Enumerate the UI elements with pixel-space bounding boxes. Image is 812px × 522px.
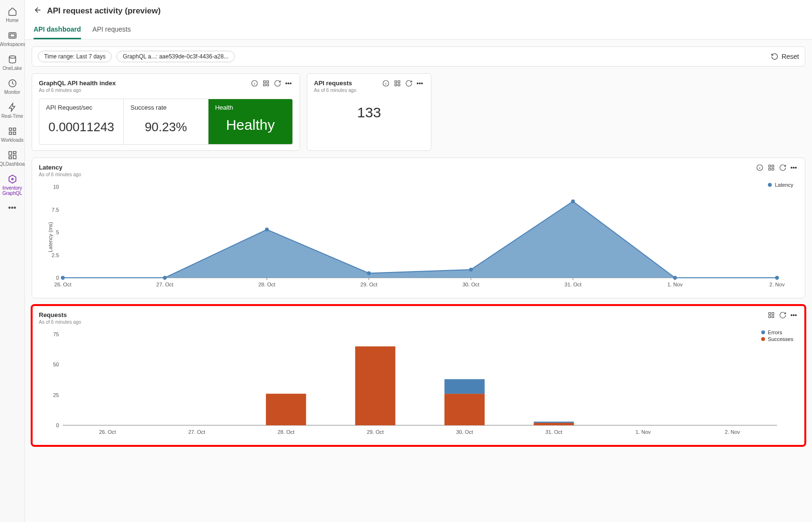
svg-text:31. Oct: 31. Oct [545, 429, 562, 435]
graphql-icon [8, 174, 17, 184]
latency-chart: 02.557.51026. Oct27. Oct28. Oct29. Oct30… [39, 182, 787, 292]
metric-value: 0.00011243 [46, 120, 116, 135]
info-icon [251, 79, 258, 87]
refresh-button[interactable] [779, 164, 787, 171]
svg-rect-1 [10, 34, 15, 37]
svg-point-51 [163, 276, 167, 280]
card-title: Latency [39, 164, 81, 171]
grid-icon [767, 164, 775, 171]
sidebar-item-workloads[interactable]: Workloads [0, 123, 24, 147]
tabs: API dashboard API requests [34, 22, 803, 39]
metric-success-rate: Success rate 90.23% [124, 99, 208, 144]
svg-point-56 [673, 276, 677, 280]
info-icon [756, 164, 764, 171]
svg-text:26. Oct: 26. Oct [54, 282, 71, 287]
svg-text:27. Oct: 27. Oct [156, 282, 173, 287]
refresh-button[interactable] [274, 79, 281, 87]
more-button[interactable]: ••• [285, 79, 293, 87]
svg-rect-7 [13, 132, 15, 135]
grid-icon [262, 79, 270, 87]
grid-icon [767, 311, 775, 319]
sidebar-item-onelake[interactable]: OneLake [0, 51, 24, 75]
svg-rect-15 [267, 81, 268, 83]
y-axis-label: Latency (ms) [47, 222, 53, 252]
info-button[interactable] [251, 79, 258, 87]
sidebar: Home Workspaces OneLake Monitor Real-Tim… [0, 0, 25, 522]
sidebar-item-workspaces[interactable]: Workspaces [0, 27, 24, 51]
sidebar-item-more[interactable]: ••• [0, 200, 24, 216]
svg-text:2. Nov: 2. Nov [725, 429, 740, 435]
refresh-button[interactable] [405, 79, 413, 87]
sidebar-item-label: Monitor [4, 90, 20, 95]
legend-label: Successes [768, 336, 793, 342]
realtime-icon [8, 102, 17, 112]
svg-text:28. Oct: 28. Oct [258, 282, 275, 287]
refresh-button[interactable] [779, 311, 787, 319]
svg-rect-24 [769, 165, 771, 167]
sidebar-item-label: Home [6, 18, 19, 23]
grid-button[interactable] [262, 79, 270, 87]
reset-icon [771, 53, 778, 60]
svg-text:0: 0 [56, 275, 59, 281]
dashboard-icon [8, 150, 17, 160]
grid-button[interactable] [767, 164, 775, 171]
sidebar-item-gqldashboard[interactable]: GQLDashboard [0, 147, 24, 170]
refresh-icon [405, 79, 413, 87]
info-icon [382, 79, 390, 87]
tab-api-dashboard[interactable]: API dashboard [34, 22, 81, 39]
sidebar-item-label: OneLake [2, 66, 22, 71]
svg-rect-79 [534, 423, 574, 425]
svg-point-2 [9, 56, 15, 58]
svg-text:5: 5 [56, 229, 59, 235]
card-subtitle: As of 6 minutes ago [39, 172, 81, 177]
svg-rect-26 [769, 168, 771, 170]
filter-graphql-id[interactable]: GraphQL a...: aae539de-0c3f-4436-a28... [116, 51, 234, 62]
back-button[interactable] [34, 6, 42, 16]
card-health-index: GraphQL API health index As of 6 minutes… [32, 73, 300, 151]
svg-rect-59 [772, 313, 774, 315]
sidebar-item-realtime[interactable]: Real-Time [0, 99, 24, 123]
card-api-requests: API requests As of 6 minutes ago ••• 133 [307, 73, 431, 151]
svg-rect-17 [267, 84, 268, 86]
page-title: API request activity (preview) [47, 6, 161, 16]
svg-rect-80 [534, 421, 574, 423]
metric-health: Health Healthy [209, 99, 292, 144]
info-button[interactable] [756, 164, 764, 171]
more-button[interactable]: ••• [790, 164, 798, 171]
tab-api-requests[interactable]: API requests [93, 22, 131, 39]
refresh-icon [779, 311, 787, 319]
grid-button[interactable] [394, 79, 401, 87]
main-panel: API request activity (preview) API dashb… [25, 0, 812, 522]
content-area: Time range: Last 7 days GraphQL a...: aa… [25, 40, 812, 522]
filter-bar: Time range: Last 7 days GraphQL a...: aa… [32, 46, 805, 67]
more-button[interactable]: ••• [790, 311, 798, 319]
grid-button[interactable] [767, 311, 775, 319]
reset-button[interactable]: Reset [771, 53, 799, 60]
svg-rect-77 [444, 394, 485, 425]
info-button[interactable] [382, 79, 390, 87]
svg-text:2. Nov: 2. Nov [769, 282, 785, 287]
svg-point-54 [469, 268, 473, 272]
svg-rect-9 [13, 152, 16, 154]
more-button[interactable]: ••• [417, 79, 424, 87]
sidebar-item-home[interactable]: Home [0, 3, 24, 27]
sidebar-item-monitor[interactable]: Monitor [0, 75, 24, 99]
svg-text:28. Oct: 28. Oct [278, 429, 294, 435]
svg-rect-78 [444, 379, 485, 394]
svg-rect-4 [9, 128, 12, 130]
filter-time-range[interactable]: Time range: Last 7 days [38, 51, 112, 62]
home-icon [8, 7, 17, 16]
sidebar-item-label: Workspaces [0, 42, 25, 47]
card-title: Requests [39, 311, 81, 318]
svg-text:31. Oct: 31. Oct [565, 282, 581, 287]
refresh-icon [779, 164, 787, 171]
svg-rect-20 [398, 81, 400, 83]
svg-rect-8 [9, 152, 12, 156]
card-requests-chart: Requests As of 6 minutes ago ••• Errors … [32, 305, 805, 446]
onelake-icon [8, 55, 17, 64]
sidebar-item-inventory-graphql[interactable]: Inventory GraphQL [0, 170, 24, 200]
svg-point-12 [12, 178, 13, 180]
monitor-icon [8, 79, 17, 88]
svg-text:0: 0 [56, 422, 59, 428]
sidebar-item-label: Workloads [1, 137, 23, 143]
